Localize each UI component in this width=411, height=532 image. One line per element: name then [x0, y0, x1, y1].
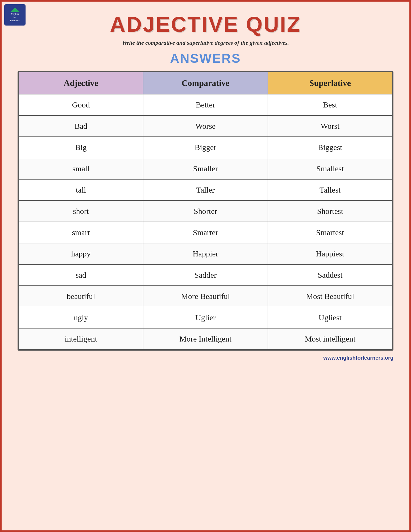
cell-row11-col1: More Intelligent — [143, 328, 268, 350]
cell-row10-col1: Uglier — [143, 307, 268, 328]
table-row: BadWorseWorst — [19, 115, 392, 137]
header-adjective: Adjective — [19, 72, 143, 94]
cell-row10-col2: Ugliest — [268, 307, 392, 328]
cell-row10-col0: ugly — [19, 307, 143, 328]
cell-row3-col1: Smaller — [143, 158, 268, 179]
table-row: smartSmarterSmartest — [19, 222, 392, 243]
logo-hat-icon — [10, 7, 20, 12]
table-row: GoodBetterBest — [19, 94, 392, 115]
cell-row3-col2: Smallest — [268, 158, 392, 179]
cell-row1-col1: Worse — [143, 115, 268, 137]
quiz-table: Adjective Comparative Superlative GoodBe… — [18, 72, 393, 350]
table-row: smallSmallerSmallest — [19, 158, 392, 179]
footer-url: www.englishforlearners.org — [18, 355, 393, 361]
cell-row0-col1: Better — [143, 94, 268, 115]
header-comparative: Comparative — [143, 72, 268, 94]
page: EnglishforLearners ADJECTIVE QUIZ Write … — [0, 0, 411, 532]
cell-row1-col2: Worst — [268, 115, 392, 137]
cell-row6-col0: smart — [19, 222, 143, 243]
table-row: shortShorterShortest — [19, 201, 392, 222]
table-row: uglyUglierUgliest — [19, 307, 392, 328]
cell-row7-col0: happy — [19, 243, 143, 264]
header-superlative: Superlative — [268, 72, 392, 94]
subtitle: Write the comparative and superlative de… — [18, 39, 393, 46]
table-row: sadSadderSaddest — [19, 264, 392, 286]
cell-row11-col2: Most intelligent — [268, 328, 392, 350]
table-row: tallTallerTallest — [19, 179, 392, 201]
cell-row5-col2: Shortest — [268, 201, 392, 222]
page-title: ADJECTIVE QUIZ — [18, 12, 393, 37]
table-row: happyHappierHappiest — [19, 243, 392, 264]
cell-row7-col2: Happiest — [268, 243, 392, 264]
cell-row8-col1: Sadder — [143, 264, 268, 286]
cell-row0-col0: Good — [19, 94, 143, 115]
answers-label: ANSWERS — [18, 51, 393, 66]
cell-row8-col0: sad — [19, 264, 143, 286]
cell-row2-col1: Bigger — [143, 137, 268, 158]
table-row: intelligentMore IntelligentMost intellig… — [19, 328, 392, 350]
cell-row8-col2: Saddest — [268, 264, 392, 286]
logo-text: EnglishforLearners — [10, 13, 20, 22]
table-row: beautifulMore BeautifulMost Beautiful — [19, 286, 392, 307]
cell-row4-col2: Tallest — [268, 179, 392, 201]
cell-row7-col1: Happier — [143, 243, 268, 264]
cell-row4-col0: tall — [19, 179, 143, 201]
table-row: BigBiggerBiggest — [19, 137, 392, 158]
cell-row9-col2: Most Beautiful — [268, 286, 392, 307]
cell-row11-col0: intelligent — [19, 328, 143, 350]
cell-row5-col0: short — [19, 201, 143, 222]
cell-row6-col1: Smarter — [143, 222, 268, 243]
cell-row9-col1: More Beautiful — [143, 286, 268, 307]
cell-row4-col1: Taller — [143, 179, 268, 201]
cell-row3-col0: small — [19, 158, 143, 179]
quiz-table-wrapper: Adjective Comparative Superlative GoodBe… — [18, 71, 393, 351]
cell-row2-col2: Biggest — [268, 137, 392, 158]
cell-row5-col1: Shorter — [143, 201, 268, 222]
cell-row6-col2: Smartest — [268, 222, 392, 243]
cell-row9-col0: beautiful — [19, 286, 143, 307]
cell-row0-col2: Best — [268, 94, 392, 115]
cell-row1-col0: Bad — [19, 115, 143, 137]
logo: EnglishforLearners — [4, 4, 26, 26]
cell-row2-col0: Big — [19, 137, 143, 158]
